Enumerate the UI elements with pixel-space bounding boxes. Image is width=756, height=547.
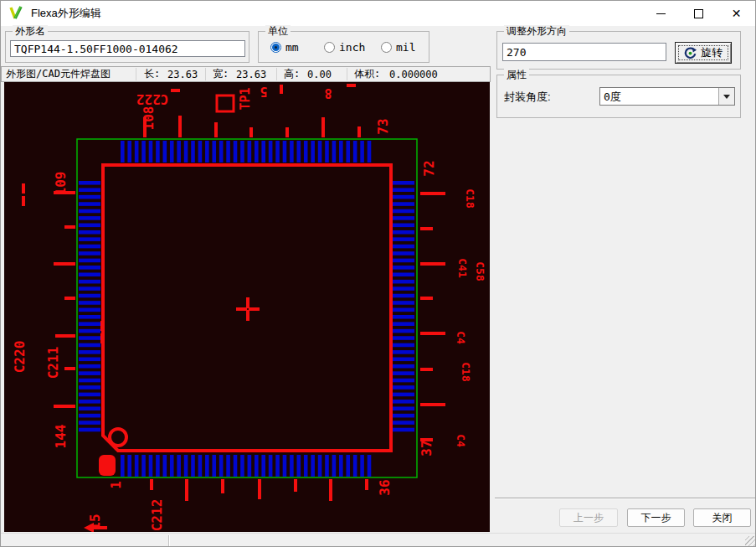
- chevron-down-icon[interactable]: [718, 88, 734, 105]
- pin-number-label: 8: [324, 85, 332, 101]
- rotation-angle-input[interactable]: [502, 43, 666, 61]
- flexa-shape-edit-dialog: Flexa外形编辑 ✕ 外形名 单位 mm inch mil 调整外形方向: [0, 0, 756, 547]
- pad-left: [79, 364, 100, 369]
- pad-top: [219, 141, 224, 163]
- pad-top: [198, 141, 203, 163]
- maximize-button[interactable]: [680, 1, 717, 26]
- pad-right: [393, 393, 414, 397]
- pad-top: [290, 141, 294, 163]
- pad-left: [79, 272, 100, 276]
- package-angle-label: 封装角度:: [504, 90, 551, 105]
- pin-number-label: 37: [419, 440, 435, 456]
- pad-top: [297, 141, 301, 163]
- pad-bottom: [121, 455, 125, 477]
- pad-left: [79, 428, 100, 432]
- pad-right: [393, 230, 414, 235]
- silk-fragment: [22, 196, 25, 206]
- dimension-info-bar: 外形图/CAD元件焊盘图 长: 23.63 宽: 23.63 高: 0.00 体…: [1, 66, 491, 82]
- pad-right: [393, 259, 414, 263]
- pad-left: [79, 308, 100, 312]
- pin-number-label: 109: [53, 172, 69, 196]
- pad-right: [393, 216, 414, 220]
- pad-right: [393, 308, 414, 312]
- next-step-button[interactable]: 下一步: [627, 508, 685, 527]
- pad-top: [135, 141, 139, 163]
- close-icon: ✕: [732, 8, 742, 19]
- silk-fragment: [22, 183, 25, 194]
- ref-des-label: C41: [456, 258, 469, 278]
- pad-left: [79, 301, 100, 305]
- pad-top: [339, 141, 343, 163]
- pad-right: [393, 350, 414, 354]
- pin-group-tick: [420, 262, 445, 266]
- pad-bottom: [325, 455, 329, 477]
- pad-bottom: [255, 455, 259, 477]
- divider: [136, 68, 136, 80]
- ref-des-label: C18: [464, 188, 476, 209]
- pad-left: [79, 393, 100, 397]
- pad-right: [393, 421, 414, 425]
- unit-radio-mil-label: mil: [396, 41, 415, 54]
- ref-des-label: C220: [12, 341, 28, 374]
- pin-group-tick: [329, 479, 332, 501]
- pad-bottom: [177, 455, 181, 477]
- pin1-circle: [110, 429, 126, 446]
- pad-right: [393, 406, 414, 410]
- silk-fragment: [280, 85, 283, 94]
- footprint-canvas[interactable]: 108C222TP1587310972C220C2111443713615C21…: [4, 82, 490, 532]
- pad-top: [275, 141, 280, 163]
- ref-des-label: TP1: [238, 87, 253, 110]
- pad-bottom: [368, 455, 372, 477]
- close-button[interactable]: ✕: [717, 1, 755, 26]
- pad-bottom: [127, 455, 131, 477]
- silk-fragment: [100, 333, 104, 343]
- shape-name-input[interactable]: [10, 40, 245, 57]
- pin-group-tick: [294, 479, 297, 492]
- minimize-icon: [656, 13, 666, 14]
- pin-group-tick: [64, 367, 75, 370]
- previous-step-button[interactable]: 上一步: [559, 508, 618, 527]
- divider: [168, 535, 169, 546]
- pad-top: [212, 141, 216, 163]
- pad-right: [393, 371, 414, 375]
- unit-radio-mil[interactable]: mil: [381, 40, 415, 54]
- pad-top: [311, 141, 315, 163]
- pad-left: [79, 237, 100, 241]
- pad-left: [79, 286, 100, 291]
- pad-left: [79, 315, 100, 319]
- unit-radio-mm[interactable]: mm: [270, 40, 299, 54]
- unit-radio-inch[interactable]: inch: [324, 40, 365, 54]
- package-angle-select[interactable]: 0度: [599, 87, 735, 106]
- ref-des-label: C222: [136, 91, 169, 107]
- minimize-button[interactable]: [642, 1, 680, 26]
- pad-bottom: [261, 455, 265, 477]
- rotate-button[interactable]: 旋转: [675, 42, 732, 64]
- rotate-icon: [684, 47, 697, 59]
- pin-group-tick: [420, 297, 433, 300]
- divider: [495, 498, 756, 499]
- close-dialog-button[interactable]: 关闭: [693, 508, 751, 527]
- pad-right: [393, 188, 414, 192]
- silk-fragment: [171, 89, 180, 92]
- pad-right: [393, 364, 414, 369]
- pin-number-label: 144: [53, 425, 69, 449]
- unit-radio-inch-label: inch: [339, 41, 365, 54]
- pad-right: [393, 224, 414, 228]
- pad-bottom: [269, 455, 273, 477]
- resize-grip[interactable]: [745, 536, 755, 546]
- pad-top: [156, 141, 160, 163]
- pad-top: [127, 141, 131, 163]
- unit-group-label: 单位: [265, 25, 291, 37]
- pad-bottom: [304, 455, 308, 477]
- divider: [276, 68, 277, 80]
- pin-group-tick: [365, 479, 368, 490]
- pin-group-tick: [420, 368, 433, 371]
- pin-number-label: 15: [87, 513, 103, 529]
- length-value: 23.63: [167, 69, 198, 80]
- pad-left: [79, 245, 100, 249]
- pad-bottom: [346, 455, 350, 477]
- pad-left: [79, 181, 100, 185]
- direction-group: 调整外形方向 旋转: [496, 31, 741, 70]
- pad-bottom: [219, 455, 224, 477]
- unit-group: 单位 mm inch mil: [258, 31, 429, 63]
